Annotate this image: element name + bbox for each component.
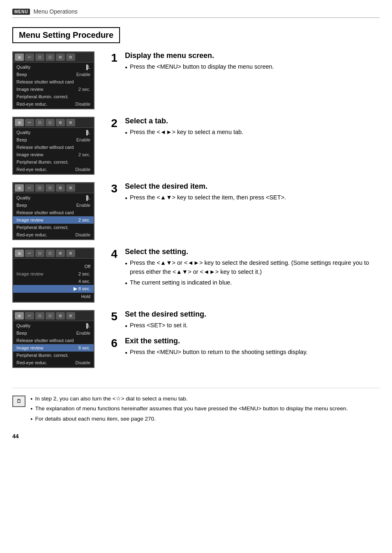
note-icon: 🗒 (12, 396, 25, 407)
tab-camera: ▣ (15, 250, 24, 257)
tab-camera: ▣ (15, 312, 24, 319)
step-4-row: ▣ ↩ ⊡ ⊡ ✿ ✿ Off Image review 2 sec. 4 se… (12, 248, 380, 303)
step-1-heading: Display the menu screen. (125, 51, 380, 60)
step-4-bullets: Press the <▲▼> or <◄►> key to select the… (125, 259, 380, 287)
menu-icon: MENU (12, 9, 30, 15)
step-3-row: ▣ ↩ ⊡ ⊡ ✿ ✿ Quality▐L BeepEnable Release… (12, 182, 380, 240)
step-5-inner: 5 Set the desired setting. Press <SET> t… (107, 310, 380, 332)
step-5-bullet-1: Press <SET> to set it. (125, 321, 380, 330)
step-1-bullet-1: Press the <MENU> button to display the m… (125, 62, 380, 72)
step-6-bullets: Press the <MENU> button to return to the… (125, 348, 380, 357)
cam-row: Release shutter without card (13, 143, 94, 151)
step-6-heading: Exit the setting. (125, 337, 380, 345)
cam-sub-label: Image review (16, 271, 75, 276)
cam-sub-row: 4 sec. (13, 278, 94, 285)
cam-row: Peripheral illumin. correct. (13, 352, 94, 359)
cam-row: Image review2 sec. (13, 86, 94, 93)
cam-sub-row-selected: ▶8 sec. (13, 285, 94, 293)
step-3-menu-image: ▣ ↩ ⊡ ⊡ ✿ ✿ Quality▐L BeepEnable Release… (12, 182, 99, 240)
tab-camera: ▣ (15, 184, 24, 192)
tab-2: ↩ (25, 53, 34, 61)
step-4-bullet-1: Press the <▲▼> or <◄►> key to select the… (125, 259, 380, 277)
step-1-row: ▣ ↩ ⊡ ⊡ ✿ ✿ Quality▐L BeepEnable Release… (12, 51, 380, 109)
cam-row: Peripheral illumin. correct. (13, 158, 94, 166)
cam-menu-4-rows: Off Image review 2 sec. 4 sec. ▶8 sec. H… (13, 259, 94, 302)
tab-4: ⊡ (46, 184, 55, 192)
note-bullets: In step 2, you can also turn the <☆> dia… (30, 395, 380, 425)
tab-camera: ▣ (15, 53, 24, 61)
arrow-indicator: ▶ (74, 286, 77, 292)
step-3-number: 3 (107, 183, 122, 194)
step-5-heading: Set the desired setting. (125, 310, 380, 319)
cam-row: Image review2 sec. (13, 151, 94, 158)
cam-row: Red-eye reduc.Disable (13, 166, 94, 173)
page-header: MENU Menu Operations (12, 8, 380, 18)
tab-2: ↩ (25, 312, 34, 319)
section-title: Menu Setting Procedure (12, 27, 120, 43)
cam-row: BeepEnable (13, 329, 94, 337)
step-6-content: Exit the setting. Press the <MENU> butto… (125, 337, 380, 359)
cam-menu-1-rows: Quality▐L BeepEnable Release shutter wit… (13, 62, 94, 109)
cam-row: Quality▐L (13, 322, 94, 329)
cam-menu-2: ▣ ↩ ⊡ ⊡ ✿ ✿ Quality▐L BeepEnable Release… (12, 117, 95, 175)
cam-menu-56-tabs: ▣ ↩ ⊡ ⊡ ✿ ✿ (13, 311, 94, 321)
step-4-content: Select the setting. Press the <▲▼> or <◄… (125, 248, 380, 289)
tab-2: ↩ (25, 119, 34, 126)
cam-menu-3: ▣ ↩ ⊡ ⊡ ✿ ✿ Quality▐L BeepEnable Release… (12, 182, 95, 240)
step-56-menu-image: ▣ ↩ ⊡ ⊡ ✿ ✿ Quality▐L BeepEnable Release… (12, 310, 99, 368)
step-2-menu-image: ▣ ↩ ⊡ ⊡ ✿ ✿ Quality▐L BeepEnable Release… (12, 117, 99, 175)
tab-4: ⊡ (46, 119, 55, 126)
cam-menu-3-tabs: ▣ ↩ ⊡ ⊡ ✿ ✿ (13, 183, 94, 193)
tab-6: ✿ (66, 184, 75, 192)
step-3-content: Select the desired item. Press the <▲▼> … (125, 182, 380, 204)
cam-row: Peripheral illumin. correct. (13, 93, 94, 100)
tab-3: ⊡ (35, 53, 44, 61)
tab-4: ⊡ (46, 312, 55, 319)
main-content: ▣ ↩ ⊡ ⊡ ✿ ✿ Quality▐L BeepEnable Release… (12, 51, 380, 375)
tab-3: ⊡ (35, 250, 44, 257)
step-2-number: 2 (107, 118, 122, 129)
step-6-number: 6 (107, 338, 122, 349)
step-1-bullets: Press the <MENU> button to display the m… (125, 62, 380, 72)
cam-menu-2-tabs: ▣ ↩ ⊡ ⊡ ✿ ✿ (13, 118, 94, 128)
cam-row: Release shutter without card (13, 209, 94, 216)
tab-3: ⊡ (35, 119, 44, 126)
cam-menu-56-rows: Quality▐L BeepEnable Release shutter wit… (13, 321, 94, 367)
cam-row: Release shutter without card (13, 337, 94, 344)
tab-6: ✿ (66, 250, 75, 257)
note-bullet-1: In step 2, you can also turn the <☆> dia… (30, 395, 380, 403)
tab-6: ✿ (66, 312, 75, 319)
cam-row: Quality▐L (13, 129, 94, 136)
step-2-heading: Select a tab. (125, 117, 380, 125)
tab-4: ⊡ (46, 250, 55, 257)
cam-row: BeepEnable (13, 201, 94, 209)
tab-2: ↩ (25, 184, 34, 192)
tab-5: ✿ (56, 119, 65, 126)
cam-menu-56: ▣ ↩ ⊡ ⊡ ✿ ✿ Quality▐L BeepEnable Release… (12, 310, 95, 368)
cam-row: Peripheral illumin. correct. (13, 224, 94, 231)
cam-menu-2-rows: Quality▐L BeepEnable Release shutter wit… (13, 128, 94, 174)
cam-row-highlighted: Image review2 sec. (13, 216, 94, 224)
cam-menu-4: ▣ ↩ ⊡ ⊡ ✿ ✿ Off Image review 2 sec. 4 se… (12, 248, 95, 303)
cam-sub-row: 2 sec. (75, 271, 94, 276)
step-2-bullets: Press the <◄►> key to select a menu tab. (125, 128, 380, 137)
note-section: 🗒 In step 2, you can also turn the <☆> d… (12, 388, 380, 425)
tab-5: ✿ (56, 312, 65, 319)
step-6-inner: 6 Exit the setting. Press the <MENU> but… (107, 337, 380, 359)
cam-menu-3-rows: Quality▐L BeepEnable Release shutter wit… (13, 193, 94, 239)
step-5-bullets: Press <SET> to set it. (125, 321, 380, 330)
header-title: Menu Operations (33, 8, 77, 15)
cam-row: Red-eye reduc.Disable (13, 100, 94, 108)
cam-row-highlighted: Image review8 sec. (13, 344, 94, 352)
step-2-bullet-1: Press the <◄►> key to select a menu tab. (125, 128, 380, 137)
step-6-bullet-1: Press the <MENU> button to return to the… (125, 348, 380, 357)
cam-row: Quality▐L (13, 63, 94, 71)
tab-5: ✿ (56, 250, 65, 257)
page-number: 44 (12, 433, 380, 440)
step-1-content: Display the menu screen. Press the <MENU… (125, 51, 380, 73)
cam-row: BeepEnable (13, 71, 94, 78)
step-3-bullet-1: Press the <▲▼> key to select the item, t… (125, 193, 380, 202)
tab-4: ⊡ (46, 53, 55, 61)
cam-row: BeepEnable (13, 136, 94, 143)
cam-row: Release shutter without card (13, 78, 94, 86)
